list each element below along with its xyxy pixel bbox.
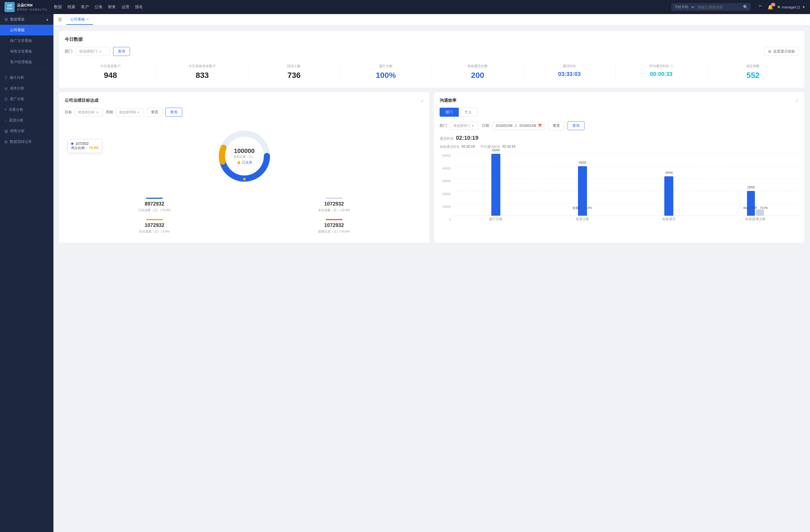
nav-leads[interactable]: 线索 xyxy=(67,3,75,11)
donut-center-label: 目标总量（元） xyxy=(233,155,255,159)
comm-dept-arrow: ▼ xyxy=(471,124,474,127)
comm-date-to: 2018/01/08 xyxy=(519,124,536,128)
bar-label-0-0: 43000 xyxy=(492,149,500,152)
dept-select[interactable]: 请选择部门 ▼ xyxy=(76,47,110,56)
donut-stat-bar-exceeded xyxy=(326,219,343,220)
sidebar-item-sales-analysis[interactable]: ▤ 销售分析 xyxy=(0,126,53,136)
y-label-4: 40000 xyxy=(440,167,451,170)
comm-tab-person[interactable]: 个人 xyxy=(459,108,478,117)
settings-label: 设置显示指标 xyxy=(773,49,795,54)
target-filter: 目标 请选择目标 ▼ 周期 请选择周期 ▼ 重置 查询 xyxy=(65,108,424,117)
funnel-icon: ▽ xyxy=(4,76,7,80)
donut-stat-value-completed: 8972932 xyxy=(67,201,242,207)
bar-rect-3-1 xyxy=(756,210,764,216)
nav-operations[interactable]: 运营 xyxy=(122,3,129,11)
tab-company-dashboard[interactable]: 公司看板 ✕ xyxy=(66,15,93,25)
bar-label-1-0: 35000 xyxy=(579,161,586,164)
nav-finance[interactable]: 财务 xyxy=(108,3,116,11)
user-menu[interactable]: manager11 ▼ xyxy=(778,5,806,9)
bars-area: 43000 35000 xyxy=(453,154,799,221)
device-icon[interactable]: 📱 xyxy=(757,4,763,10)
nav-signup[interactable]: 报名 xyxy=(135,3,143,11)
stat-avg-duration-label: 平均通话时长 ⓘ xyxy=(616,64,706,69)
stat-dial-count: 拨打次数 100% xyxy=(340,62,432,82)
donut-stat-bar-completed xyxy=(146,198,163,199)
sidebar-group-data-dashboard[interactable]: ⊞ 数据看板 ▲ xyxy=(0,14,53,25)
target-query-button[interactable]: 查询 xyxy=(165,108,182,117)
period-select[interactable]: 请选择周期 ▼ xyxy=(116,108,144,116)
sidebar-item-cost[interactable]: ◎ 成本分析 xyxy=(0,83,53,94)
sidebar-item-promotion[interactable]: 推广主管看板 xyxy=(0,35,53,46)
donut-stat-label-should: 应完成量（元）| 8.9% xyxy=(67,230,242,234)
comm-time-main-value: 02:10:19 xyxy=(456,135,479,141)
search-input[interactable] xyxy=(695,3,740,11)
comm-date-from: 2018/01/08 xyxy=(496,124,513,128)
stat-first-consult-value: 948 xyxy=(66,71,155,80)
grid-line-0 xyxy=(453,216,799,216)
sidebar-item-funnel[interactable]: ▽ 漏斗分析 xyxy=(0,72,53,83)
comm-time-stats: 通话时长 02:10:19 有效通话时长 02:10:19 平均通话时长 02:… xyxy=(440,135,799,149)
sidebar-item-visitor[interactable]: ⌖ 访客分析 xyxy=(0,104,53,115)
today-query-button[interactable]: 查询 xyxy=(113,47,130,56)
bar-3-pair: 18000 xyxy=(747,191,764,216)
donut-stat-label-exceeded: 超额完成（元）| 89.9% xyxy=(247,230,422,234)
y-label-3: 30000 xyxy=(440,179,451,183)
search-button[interactable]: 🔍 xyxy=(740,3,751,11)
comm-card: 沟通效率 ⤢ 部门 个人 部门 请选择部门 ▼ xyxy=(434,92,804,243)
tab-close-icon[interactable]: ✕ xyxy=(87,18,89,21)
comm-date-range[interactable]: 2018/01/08 至 2018/01/08 📅 xyxy=(492,122,545,130)
settings-display-button[interactable]: ⚙ 设置显示指标 xyxy=(764,47,799,56)
main-content: ☰ 公司看板 ✕ 今日数据 部门 请选择部门 ▼ 查询 xyxy=(53,14,810,532)
sidebar-group-toggle: ▲ xyxy=(46,17,49,21)
comm-filter: 部门 请选择部门 ▼ 日期 2018/01/08 至 2018/01/08 📅 xyxy=(440,121,799,130)
sidebar-item-account[interactable]: 客户经理看板 xyxy=(0,57,53,67)
dept-select-arrow: ▼ xyxy=(99,50,102,53)
today-card: 今日数据 部门 请选择部门 ▼ 查询 ⚙ 设置显示指标 xyxy=(59,31,804,88)
stat-revisit-value: 736 xyxy=(249,71,339,80)
comm-dept-select[interactable]: 请选择部门 ▼ xyxy=(450,122,479,130)
settings-icon: ⚙ xyxy=(768,49,772,54)
nav-customers[interactable]: 客户 xyxy=(81,3,89,11)
y-axis: 50000 40000 30000 20000 10000 0 xyxy=(440,154,453,221)
sidebar-item-data-transfer[interactable]: ⊞ 数据流转记录 xyxy=(0,136,53,147)
target-select-arrow: ▼ xyxy=(96,111,99,114)
x-label-3: 有效接通次数 xyxy=(712,217,799,221)
donut-stat-value-exceeded: 1072932 xyxy=(247,222,422,228)
target-expand-icon[interactable]: ⤢ xyxy=(420,98,424,103)
today-filter-row: 部门 请选择部门 ▼ 查询 ⚙ 设置显示指标 xyxy=(65,47,799,56)
stat-deals: 成交单数 552 xyxy=(707,62,799,82)
stat-first-consult: 今日首咨客户 948 xyxy=(65,62,156,82)
grid-icon: ⊞ xyxy=(4,17,8,22)
sidebar-item-sales[interactable]: 销售主管看板 xyxy=(0,46,53,57)
tab-menu-icon[interactable]: ☰ xyxy=(58,17,62,22)
notification-icon[interactable]: 🔔 5 xyxy=(767,4,773,10)
dept-filter-label: 部门 xyxy=(65,49,72,54)
comm-dept-label: 部门 xyxy=(440,123,447,128)
comm-query-button[interactable]: 查询 xyxy=(568,121,584,130)
cost-icon: ◎ xyxy=(4,86,7,90)
date-divider: 至 xyxy=(514,123,518,128)
comm-detail-label-0: 有效通话时长 xyxy=(440,145,460,149)
sidebar-item-promo[interactable]: ⊡ 推广分析 xyxy=(0,94,53,104)
x-label-2: 有效通话 xyxy=(626,217,712,221)
target-reset-button[interactable]: 重置 xyxy=(147,108,163,117)
bar-group-2: 29000 xyxy=(626,154,712,216)
stat-effective-consult-value: 833 xyxy=(158,71,247,80)
app-body: ⊞ 数据看板 ▲ 公司看板 推广主管看板 销售主管看板 客户经理看板 ▽ 漏斗分… xyxy=(0,14,810,532)
sidebar-item-channel[interactable]: ⍨ 渠道分析 xyxy=(0,115,53,126)
user-status-dot xyxy=(778,6,780,8)
sidebar-item-company[interactable]: 公司看板 xyxy=(0,25,53,35)
bar-rate-3: 有效接通率：70.9% xyxy=(743,206,768,210)
bar-group-3: 18000 有效接通率：70.9% xyxy=(712,154,799,216)
nav-public[interactable]: 公海 xyxy=(95,3,102,11)
comm-expand-icon[interactable]: ⤢ xyxy=(795,98,799,103)
comm-reset-button[interactable]: 重置 xyxy=(548,121,564,130)
target-select[interactable]: 请选择目标 ▼ xyxy=(75,108,103,116)
search-type-select[interactable]: 手机号码 xyxy=(671,3,695,11)
donut-center-status: 👍 已达成 xyxy=(233,160,255,165)
stat-first-consult-label: 今日首咨客户 xyxy=(66,64,155,69)
today-section-title: 今日数据 xyxy=(65,36,799,43)
nav-data[interactable]: 数据 xyxy=(54,3,62,11)
tab-bar: ☰ 公司看板 ✕ xyxy=(53,14,810,25)
comm-tab-dept[interactable]: 部门 xyxy=(440,108,459,117)
